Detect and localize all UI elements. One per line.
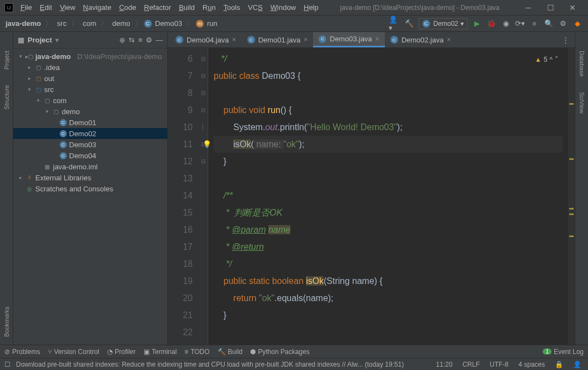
crumb-class[interactable]: Demo03 <box>153 19 184 28</box>
coverage-icon[interactable]: ◉ <box>500 18 512 30</box>
target-icon[interactable]: ⊕ <box>119 36 125 44</box>
status-eol[interactable]: CRLF <box>460 361 482 368</box>
debug-icon[interactable]: 🐞 <box>485 18 497 30</box>
project-pane-title[interactable]: Project <box>28 36 52 44</box>
close-tab-icon[interactable]: × <box>232 36 236 44</box>
rail-project[interactable]: Project <box>3 49 10 72</box>
gear-icon[interactable]: ⚙ <box>146 36 152 44</box>
profile-icon[interactable]: ⟳▾ <box>514 18 526 30</box>
package-icon: ⬢ <box>250 348 256 356</box>
tool-python[interactable]: ⬢Python Packages <box>250 348 309 356</box>
stop-icon[interactable]: ■ <box>528 18 541 30</box>
tab-demo01[interactable]: CDemo01.java× <box>242 32 314 47</box>
tool-profiler[interactable]: ◔Profiler <box>107 348 136 356</box>
tool-eventlog[interactable]: 1Event Log <box>543 348 584 356</box>
status-enc[interactable]: UTF-8 <box>488 361 511 368</box>
code-editor[interactable]: ▲5 ^ ˅ */ public class Demo03 { public v… <box>208 48 568 345</box>
menu-code[interactable]: Code <box>115 2 140 13</box>
sort-icon[interactable]: ≡ <box>138 36 142 44</box>
tool-build[interactable]: 🔨Build <box>218 348 243 356</box>
close-tab-icon[interactable]: × <box>375 35 379 43</box>
user-add-icon[interactable]: 👤▾ <box>389 18 401 30</box>
menu-view[interactable]: View <box>56 2 79 13</box>
settings-icon[interactable]: ⚙ <box>557 18 569 30</box>
todo-icon: ≡ <box>184 348 188 356</box>
status-message[interactable]: Download pre-built shared indexes: Reduc… <box>16 361 428 368</box>
search-icon[interactable]: 🔍 <box>543 18 555 30</box>
menu-file[interactable]: File <box>17 2 36 13</box>
rail-structure[interactable]: Structure <box>3 83 10 112</box>
expand-icon[interactable]: ⇆ <box>129 36 135 44</box>
menu-navigate[interactable]: Navigate <box>79 2 115 13</box>
rail-bookmarks[interactable]: Bookmarks <box>3 304 10 339</box>
intention-bulb-icon[interactable]: 💡 <box>203 136 211 153</box>
run-class-icon: C <box>422 20 430 28</box>
readonly-lock-icon[interactable]: 🔒 <box>553 361 565 368</box>
crumb-com[interactable]: com <box>81 19 99 28</box>
tree-ext-lib[interactable]: ▸⫴External Libraries <box>13 172 167 183</box>
tree-com[interactable]: ▾▢com <box>13 95 167 106</box>
tab-demo03[interactable]: CDemo03.java× <box>313 32 385 47</box>
tree-src[interactable]: ▾▢src <box>13 84 167 95</box>
rail-database[interactable]: Database <box>579 49 585 79</box>
menu-edit[interactable]: Edit <box>36 2 56 13</box>
crumb-demo[interactable]: demo <box>110 19 133 28</box>
maximize-button[interactable]: ☐ <box>539 3 561 12</box>
status-indent[interactable]: 4 spaces <box>516 361 547 368</box>
tree-demo01[interactable]: CDemo01 <box>13 117 167 128</box>
run-icon[interactable]: ▶ <box>471 18 483 30</box>
crumb-method[interactable]: run <box>205 19 220 28</box>
tree-root[interactable]: ▾▸▢java-demo D:\IdeaProjects\java-demo <box>13 51 167 62</box>
tree-scratches[interactable]: ◎Scratches and Consoles <box>13 183 167 194</box>
chevron-down-icon[interactable]: ▾ <box>55 36 59 44</box>
problems-icon: ⊘ <box>4 348 10 356</box>
jb-toolbox-icon[interactable]: ◆ <box>571 18 584 30</box>
tree-iml[interactable]: ▦java-demo.iml <box>13 161 167 172</box>
status-pos[interactable]: 11:20 <box>434 361 455 368</box>
tab-options-icon[interactable]: ⋮ <box>557 36 575 44</box>
warning-icon: ▲ <box>535 51 542 68</box>
event-count-badge: 1 <box>543 348 552 355</box>
menu-tools[interactable]: Tools <box>220 2 244 13</box>
line-number-gutter[interactable]: 67891011121314151617181920212223 <box>168 48 198 345</box>
tree-demo02[interactable]: CDemo02 <box>13 128 167 139</box>
tab-demo04[interactable]: CDemo04.java× <box>170 32 242 47</box>
fold-gutter[interactable]: ⊟⊟⊟⊟│⊟⊟ <box>198 48 208 345</box>
crumb-project[interactable]: java-demo <box>3 19 43 28</box>
menu-vcs[interactable]: VCS <box>244 2 267 13</box>
menu-window[interactable]: Window <box>267 2 300 13</box>
tool-todo[interactable]: ≡TODO <box>184 348 209 356</box>
crumb-src[interactable]: src <box>55 19 68 28</box>
project-pane-icon: ▦ <box>18 36 24 44</box>
hammer-icon[interactable]: 🔨 <box>403 18 415 30</box>
tree-demo03[interactable]: CDemo03 <box>13 139 167 150</box>
app-logo-icon: IJ <box>4 3 13 12</box>
method-icon: m <box>196 20 204 28</box>
minimize-button[interactable]: ─ <box>517 3 539 12</box>
status-icon[interactable]: ☐ <box>4 361 10 368</box>
tool-terminal[interactable]: ▣Terminal <box>144 348 177 356</box>
close-tab-icon[interactable]: × <box>447 36 451 44</box>
right-margin-marks[interactable] <box>568 48 575 345</box>
menu-run[interactable]: Run <box>199 2 220 13</box>
close-button[interactable]: ✕ <box>561 3 584 12</box>
menu-help[interactable]: Help <box>300 2 322 13</box>
tab-demo02[interactable]: CDemo02.java× <box>385 32 457 47</box>
hammer-icon: 🔨 <box>218 348 226 356</box>
inspection-widget[interactable]: ▲5 ^ ˅ <box>535 51 558 68</box>
tool-vcs[interactable]: ⑂Version Control <box>48 348 99 356</box>
tree-demo-pkg[interactable]: ▾▢demo <box>13 106 167 117</box>
project-tree[interactable]: ▾▸▢java-demo D:\IdeaProjects\java-demo ▸… <box>13 49 167 345</box>
menu-refactor[interactable]: Refactor <box>140 2 175 13</box>
run-config-selector[interactable]: C Demo02 ▾ <box>419 18 468 29</box>
tree-idea[interactable]: ▸▢.idea <box>13 62 167 73</box>
tool-problems[interactable]: ⊘Problems <box>4 348 40 356</box>
tree-demo04[interactable]: CDemo04 <box>13 150 167 161</box>
status-person-icon[interactable]: 👤 <box>571 361 584 368</box>
hide-icon[interactable]: — <box>156 36 163 44</box>
rail-sciview[interactable]: SciView <box>579 90 585 116</box>
close-tab-icon[interactable]: × <box>304 36 308 44</box>
menu-build[interactable]: Build <box>175 2 199 13</box>
chevron-down-icon: ▾ <box>460 20 464 28</box>
tree-out[interactable]: ▸▢out <box>13 73 167 84</box>
